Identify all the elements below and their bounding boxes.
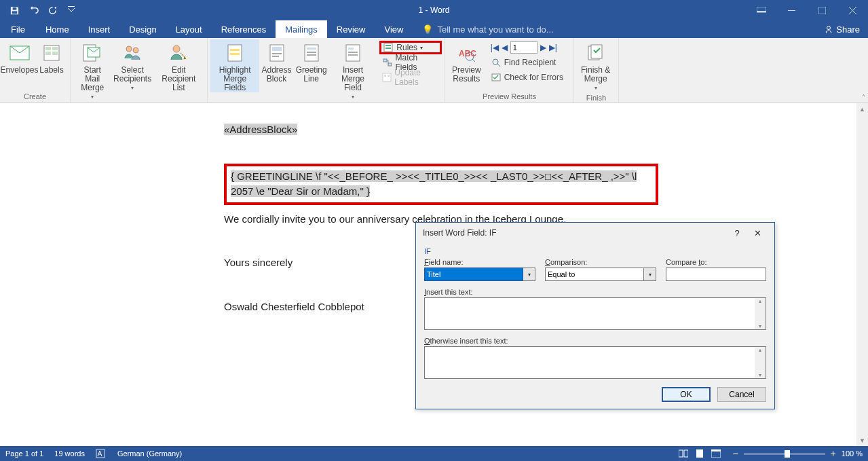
labels-button[interactable]: Labels — [36, 39, 67, 75]
envelopes-button[interactable]: Envelopes — [3, 39, 36, 75]
preview-label: Preview Results — [452, 66, 481, 84]
scroll-down-icon[interactable]: ▼ — [856, 435, 868, 446]
dialog-close-icon[interactable]: ✕ — [747, 228, 768, 238]
check-errors-icon — [491, 72, 502, 83]
greeting-icon — [301, 42, 322, 64]
zoom-level[interactable]: 100 % — [842, 449, 863, 458]
select-recipients-button[interactable]: Select Recipients — [112, 39, 153, 92]
redo-icon[interactable] — [43, 1, 61, 19]
tell-me-search[interactable]: 💡 Tell me what you want to do... — [413, 20, 553, 38]
dialog-title: Insert Word Field: IF — [423, 228, 496, 238]
print-layout-icon[interactable] — [694, 448, 705, 459]
envelope-icon — [9, 42, 31, 64]
ribbon-options-icon[interactable] — [746, 0, 776, 20]
zoom-out-icon[interactable]: − — [732, 448, 738, 459]
insert-word-field-if-dialog: Insert Word Field: IF ? ✕ IF FField name… — [415, 222, 775, 409]
address-block-button[interactable]: Address Block — [259, 39, 293, 84]
svg-point-16 — [126, 46, 132, 52]
otherwise-label: Otherwise insert this text: — [424, 337, 766, 345]
address-block-field[interactable]: «AddressBlock» — [224, 124, 297, 135]
tab-design[interactable]: Design — [119, 20, 166, 38]
finish-merge-button[interactable]: Finish & Merge — [577, 39, 614, 92]
spellcheck-icon[interactable] — [96, 449, 107, 458]
tab-view[interactable]: View — [375, 20, 413, 38]
select-recipients-label: Select Recipients — [113, 66, 151, 84]
finish-group-label: Finish — [574, 92, 618, 104]
insert-text-textarea[interactable]: ▴▾ — [424, 297, 766, 330]
share-icon — [824, 24, 833, 34]
read-mode-icon[interactable] — [678, 448, 689, 459]
first-record-icon[interactable]: |◀ — [491, 43, 499, 52]
undo-icon[interactable] — [24, 1, 42, 19]
otherwise-text-textarea[interactable]: ▴▾ — [424, 346, 766, 379]
preview-results-button[interactable]: ABC Preview Results — [448, 39, 485, 84]
preview-group-label: Preview Results — [445, 91, 573, 103]
comparison-combo[interactable] — [545, 268, 644, 281]
vertical-scrollbar[interactable]: ▲ ▼ — [856, 103, 868, 446]
greeting-line-button[interactable]: Greeting Line — [294, 39, 329, 84]
greeting-label: Greeting Line — [296, 66, 327, 84]
insert-merge-field-button[interactable]: Insert Merge Field — [329, 39, 377, 101]
field-name-dropdown-icon[interactable]: ▾ — [523, 268, 535, 281]
close-icon[interactable] — [837, 0, 868, 20]
word-count[interactable]: 19 words — [54, 449, 85, 458]
view-mode-buttons — [678, 448, 721, 459]
svg-rect-6 — [818, 7, 826, 14]
record-number-input[interactable] — [510, 41, 537, 54]
rules-button[interactable]: Rules ▾ — [379, 41, 442, 54]
scroll-up-icon[interactable]: ▲ — [856, 103, 868, 115]
tab-home[interactable]: Home — [36, 20, 79, 38]
compare-to-input[interactable] — [666, 268, 766, 281]
svg-rect-27 — [307, 48, 316, 50]
svg-rect-5 — [788, 10, 795, 11]
zoom-in-icon[interactable]: + — [831, 448, 836, 459]
svg-rect-4 — [757, 11, 766, 12]
start-mail-merge-button[interactable]: Start Mail Merge — [73, 39, 112, 101]
web-layout-icon[interactable] — [711, 448, 721, 459]
prev-record-icon[interactable]: ◀ — [502, 43, 508, 52]
preview-icon: ABC — [455, 42, 477, 64]
share-button[interactable]: Share — [816, 20, 868, 38]
find-recipient-button[interactable]: Find Recipient — [488, 56, 566, 69]
check-errors-label: Check for Errors — [504, 73, 563, 82]
start-merge-icon — [81, 42, 103, 64]
svg-rect-25 — [272, 56, 279, 57]
field-name-label: FField name:ield name: — [424, 258, 535, 266]
maximize-icon[interactable] — [807, 0, 837, 20]
greeting-field-code[interactable]: { GREETINGLINE \f "<<_BEFORE_ >><<_TITLE… — [231, 170, 637, 198]
document-title: 1 - Word — [419, 5, 450, 15]
comparison-dropdown-icon[interactable]: ▾ — [644, 268, 656, 281]
tab-references[interactable]: References — [212, 20, 276, 38]
zoom-control: − + 100 % — [732, 448, 863, 459]
collapse-ribbon-icon[interactable]: ˄ — [862, 94, 865, 101]
save-icon[interactable] — [5, 1, 23, 19]
language-indicator[interactable]: German (Germany) — [117, 449, 182, 458]
tab-insert[interactable]: Insert — [79, 20, 120, 38]
zoom-slider[interactable] — [744, 453, 825, 455]
last-record-icon[interactable]: ▶| — [549, 43, 557, 52]
update-labels-label: Update Labels — [394, 68, 439, 87]
qat-customize-icon[interactable] — [62, 1, 80, 19]
highlight-merge-fields-button[interactable]: Highlight Merge Fields — [210, 39, 259, 92]
page-indicator[interactable]: Page 1 of 1 — [5, 449, 43, 458]
tab-layout[interactable]: Layout — [166, 20, 212, 38]
tab-review[interactable]: Review — [327, 20, 375, 38]
tab-file[interactable]: File — [0, 20, 36, 38]
match-fields-button[interactable]: Match Fields — [379, 56, 442, 69]
share-label: Share — [836, 24, 860, 35]
field-name-combo[interactable] — [424, 268, 523, 281]
ok-button[interactable]: OK — [662, 387, 711, 402]
check-errors-button[interactable]: Check for Errors — [488, 71, 566, 84]
finish-label: Finish & Merge — [581, 66, 610, 84]
rules-icon — [383, 42, 394, 53]
dialog-help-icon[interactable]: ? — [727, 228, 747, 238]
svg-rect-12 — [45, 52, 51, 55]
minimize-icon[interactable] — [776, 0, 807, 20]
cancel-button[interactable]: Cancel — [717, 387, 766, 402]
edit-recipient-list-button[interactable]: Edit Recipient List — [153, 39, 204, 92]
svg-rect-1 — [12, 11, 17, 14]
create-group-label: Create — [0, 91, 70, 103]
record-navigation: |◀ ◀ ▶ ▶| — [488, 41, 566, 54]
tab-mailings[interactable]: Mailings — [276, 20, 327, 38]
next-record-icon[interactable]: ▶ — [540, 43, 546, 52]
